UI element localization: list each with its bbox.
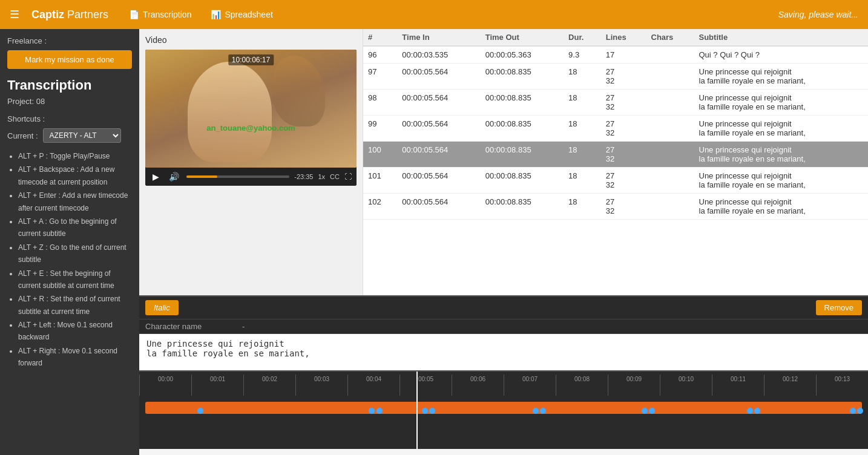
mission-done-button[interactable]: Mark my mission as done (7, 50, 132, 69)
cell-id: 100 (363, 142, 397, 168)
cell-lines: 27 32 (601, 168, 646, 194)
cell-id: 97 (363, 64, 397, 90)
cc-button[interactable]: CC (330, 173, 340, 180)
logo: Captiz Partners (31, 8, 108, 21)
col-chars: Chars (646, 29, 694, 46)
cell-chars (646, 90, 694, 116)
timeline-tick: 00:11 (712, 375, 764, 396)
timeline-dot (422, 408, 428, 414)
cell-timeout: 00:00:08.835 (481, 90, 564, 116)
current-label: Current : (7, 131, 38, 140)
remove-button[interactable]: Remove (816, 300, 862, 315)
video-placeholder (145, 50, 357, 168)
shortcut-item: ALT + A : Go to the begining of current … (18, 215, 132, 240)
cell-duration: 18 (564, 142, 601, 168)
main-layout: Freelance : Mark my mission as done Tran… (0, 29, 868, 455)
header-nav: 📄 Transcription 📊 Spreadsheet (120, 6, 766, 23)
cell-timeout: 00:00:08.835 (481, 64, 564, 90)
sidebar: Freelance : Mark my mission as done Tran… (0, 29, 139, 455)
content-area: Video 10:00:06:17 an_touane@yahoo.com (139, 29, 868, 455)
subtitle-table: # Time In Time Out Dur. Lines Chars Subt… (363, 29, 868, 220)
video-watermark: an_touane@yahoo.com (206, 123, 295, 133)
timeline-tick: 00:13 (816, 375, 868, 396)
cell-subtitle: Une princesse qui rejoignitla famille ro… (694, 194, 869, 220)
menu-icon[interactable]: ☰ (10, 8, 19, 21)
timeline-tick: 00:10 (660, 375, 712, 396)
cell-id: 99 (363, 116, 397, 142)
mute-button[interactable]: 🔊 (166, 171, 182, 183)
timeline-dot (429, 408, 435, 414)
cell-timein: 00:00:05.564 (397, 142, 480, 168)
table-row[interactable]: 99 00:00:05.564 00:00:08.835 18 27 32 Un… (363, 116, 868, 142)
timeline-dot (747, 408, 753, 414)
table-row[interactable]: 97 00:00:05.564 00:00:08.835 18 27 32 Un… (363, 64, 868, 90)
timeline-tick: 00:04 (347, 375, 399, 396)
table-row[interactable]: 100 00:00:05.564 00:00:08.835 18 27 32 U… (363, 142, 868, 168)
cell-timein: 00:00:05.564 (397, 90, 480, 116)
cell-duration: 9.3 (564, 46, 601, 64)
table-panel: # Time In Time Out Dur. Lines Chars Subt… (363, 29, 868, 295)
timeline-tick: 00:12 (764, 375, 816, 396)
col-subtitle: Subtitle (694, 29, 869, 46)
timeline-dot (642, 408, 648, 414)
freelance-label: Freelance : (7, 36, 132, 45)
cell-timeout: 00:00:08.835 (481, 194, 564, 220)
cell-timein: 00:00:05.564 (397, 116, 480, 142)
video-time: -23:35 (294, 173, 313, 180)
table-row[interactable]: 101 00:00:05.564 00:00:08.835 18 27 32 U… (363, 168, 868, 194)
timeline-dot (369, 408, 375, 414)
timeline-dot (376, 408, 383, 414)
timeline-dot (857, 408, 863, 414)
col-timein: Time In (397, 29, 480, 46)
table-row[interactable]: 102 00:00:05.564 00:00:08.835 18 27 32 U… (363, 194, 868, 220)
shortcut-item: ALT + R : Set the end of current subtitl… (18, 293, 132, 318)
cell-timein: 00:00:05.564 (397, 168, 480, 194)
cell-timeout: 00:00:05.363 (481, 46, 564, 64)
keyboard-current: Current : AZERTY - ALT QWERTY - ALT QWER… (7, 128, 132, 143)
nav-transcription[interactable]: 📄 Transcription (120, 6, 200, 23)
video-speed: 1x (318, 173, 325, 180)
cell-subtitle: Une princesse qui rejoignitla famille ro… (694, 142, 869, 168)
cell-id: 101 (363, 168, 397, 194)
cell-subtitle: Une princesse qui rejoignitla famille ro… (694, 168, 869, 194)
cell-timeout: 00:00:08.835 (481, 116, 564, 142)
cell-chars (646, 142, 694, 168)
cell-id: 102 (363, 194, 397, 220)
video-controls: ▶ 🔊 -23:35 1x CC ⛶ (145, 168, 357, 186)
keyboard-select[interactable]: AZERTY - ALT QWERTY - ALT QWERTY - CTRL (43, 128, 121, 143)
nav-spreadsheet[interactable]: 📊 Spreadsheet (202, 6, 281, 23)
fullscreen-button[interactable]: ⛶ (344, 172, 352, 181)
timeline-track (145, 396, 862, 426)
top-section: Video 10:00:06:17 an_touane@yahoo.com (139, 29, 868, 295)
cell-chars (646, 64, 694, 90)
subtitle-editor[interactable]: Une princesse qui rejoignit la famille r… (139, 334, 868, 370)
cell-timeout: 00:00:08.835 (481, 142, 564, 168)
video-progress-bar[interactable] (186, 175, 289, 178)
timeline-dot (649, 408, 655, 414)
table-row[interactable]: 98 00:00:05.564 00:00:08.835 18 27 32 Un… (363, 90, 868, 116)
cell-subtitle: Une princesse qui rejoignitla famille ro… (694, 90, 869, 116)
shortcut-item: ALT + P : Toggle Play/Pause (18, 150, 132, 162)
cell-chars (646, 168, 694, 194)
cell-subtitle: Une princesse qui rejoignitla famille ro… (694, 116, 869, 142)
cell-lines: 27 32 (601, 142, 646, 168)
cell-id: 98 (363, 90, 397, 116)
cell-timein: 00:00:05.564 (397, 64, 480, 90)
cell-subtitle: Une princesse qui rejoignitla famille ro… (694, 64, 869, 90)
video-timestamp: 10:00:06:17 (228, 54, 274, 65)
timeline-ruler: 00:0000:0100:0200:0300:0400:0500:0600:07… (139, 372, 868, 396)
cell-chars (646, 46, 694, 64)
video-title: Video (145, 35, 357, 45)
video-wrapper: 10:00:06:17 an_touane@yahoo.com (145, 50, 357, 168)
italic-button[interactable]: Italic (145, 300, 179, 315)
play-button[interactable]: ▶ (150, 171, 162, 183)
timeline[interactable]: 00:0000:0100:0200:0300:0400:0500:0600:07… (139, 370, 868, 449)
char-name-value: - (242, 322, 245, 331)
timeline-tick: 00:01 (191, 375, 243, 396)
timeline-tick: 00:09 (608, 375, 660, 396)
timeline-dot (540, 408, 546, 414)
table-row[interactable]: 96 00:00:03.535 00:00:05.363 9.3 17 Qui … (363, 46, 868, 64)
shortcut-item: ALT + Backspace : Add a new timecode at … (18, 163, 132, 188)
timeline-tick: 00:08 (556, 375, 608, 396)
timeline-tick: 00:07 (504, 375, 556, 396)
